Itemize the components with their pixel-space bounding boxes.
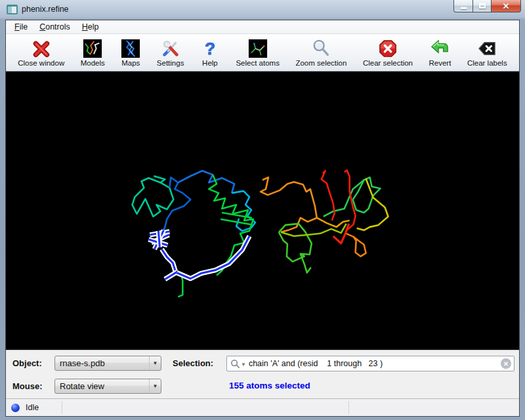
titlebar[interactable]: phenix.refine ✕: [0, 0, 525, 20]
toolbar-label: Models: [81, 59, 105, 67]
minimize-icon: [461, 7, 467, 9]
molecule-viewport[interactable]: [6, 72, 519, 350]
green-undo-arrow-icon: [430, 39, 450, 58]
clear-search-icon[interactable]: ✕: [501, 358, 511, 369]
close-icon: ✕: [503, 2, 510, 10]
minimize-button[interactable]: [453, 0, 473, 12]
object-label: Object:: [12, 358, 42, 368]
status-text: Idle: [26, 403, 39, 412]
mouse-dropdown[interactable]: Rotate view ▼: [54, 379, 161, 394]
mouse-label: Mouse:: [12, 381, 43, 391]
help-button[interactable]: ? Help: [198, 37, 222, 68]
models-button[interactable]: Models: [78, 37, 108, 68]
window-title: phenix.refine: [22, 5, 69, 14]
settings-button[interactable]: Settings: [154, 37, 187, 68]
chevron-down-icon: ▼: [149, 356, 161, 370]
menu-controls[interactable]: Controls: [33, 21, 76, 33]
app-icon: [7, 5, 18, 14]
maps-button[interactable]: Maps: [118, 37, 143, 68]
toolbar-label: Close window: [18, 59, 64, 67]
toolbar-label: Revert: [429, 59, 452, 67]
red-x-icon: [32, 39, 51, 58]
menu-file[interactable]: File: [9, 21, 33, 33]
magnifier-icon: [311, 39, 331, 58]
selection-search-field[interactable]: ▼ chain 'A' and (resid 1 through 23 ) ✕: [226, 356, 514, 371]
toolbar-label: Clear labels: [467, 59, 507, 67]
revert-button[interactable]: Revert: [427, 37, 454, 68]
red-octagon-x-icon: [378, 39, 398, 58]
map-mesh-thumbnail-icon: [121, 39, 140, 58]
selection-query-text[interactable]: chain 'A' and (resid 1 through 23 ): [249, 359, 501, 368]
mouse-dropdown-value: Rotate view: [60, 381, 104, 391]
maximize-button[interactable]: [472, 0, 492, 12]
statusbar-divider: [62, 401, 62, 414]
object-dropdown[interactable]: rnase-s.pdb ▼: [54, 356, 161, 371]
application-window: phenix.refine ✕ File Controls Help Close…: [0, 0, 525, 420]
window-content: File Controls Help Close window: [5, 20, 520, 417]
toolbar: Close window Models: [6, 34, 519, 72]
status-indicator-icon: [11, 404, 20, 412]
question-mark-icon: ?: [200, 39, 220, 58]
statusbar: Idle: [6, 398, 519, 416]
menubar: File Controls Help: [6, 20, 519, 34]
search-options-chevron-icon[interactable]: ▼: [241, 362, 246, 368]
toolbar-label: Maps: [121, 59, 140, 67]
atoms-selected-text: 155 atoms selected: [229, 381, 310, 390]
svg-text:?: ?: [205, 39, 215, 58]
control-panel: Object: rnase-s.pdb ▼ Mouse: Rotate view…: [6, 350, 519, 398]
clear-selection-button[interactable]: Clear selection: [360, 37, 415, 68]
search-icon: [230, 359, 240, 369]
model-thumbnail-icon: [83, 39, 102, 58]
toolbar-label: Clear selection: [363, 59, 413, 67]
close-window-button[interactable]: Close window: [15, 37, 67, 68]
atoms-thumbnail-icon: [248, 39, 268, 58]
maximize-icon: [479, 3, 486, 9]
selection-label: Selection:: [173, 358, 213, 368]
menu-help[interactable]: Help: [76, 21, 105, 33]
close-button[interactable]: ✕: [491, 0, 521, 12]
toolbar-label: Settings: [157, 59, 184, 67]
toolbar-label: Zoom selection: [295, 59, 346, 67]
tools-icon: [161, 39, 180, 58]
object-dropdown-value: rnase-s.pdb: [60, 358, 105, 368]
chevron-down-icon: ▼: [149, 379, 161, 393]
molecule-trace: [6, 72, 519, 350]
toolbar-label: Select atoms: [236, 59, 279, 67]
zoom-selection-button[interactable]: Zoom selection: [293, 37, 349, 68]
select-atoms-button[interactable]: Select atoms: [233, 37, 282, 68]
statusbar-divider: [348, 401, 349, 414]
toolbar-label: Help: [202, 59, 218, 67]
clear-labels-button[interactable]: Clear labels: [465, 37, 510, 68]
black-tag-x-icon: [477, 39, 497, 58]
